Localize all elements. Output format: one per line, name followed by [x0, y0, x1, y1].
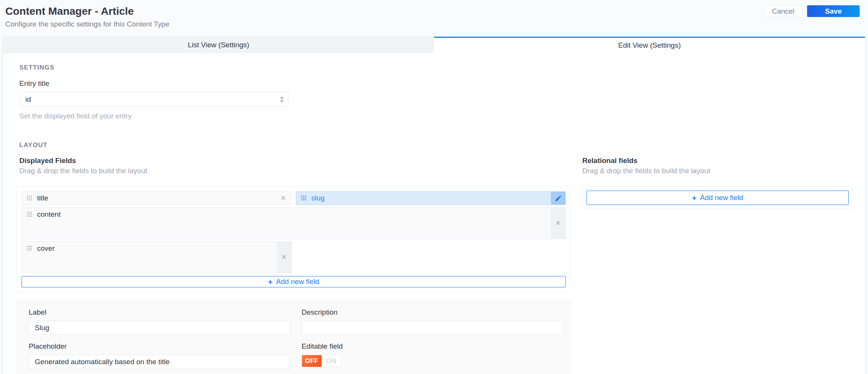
relational-fields-title: Relational fields: [582, 157, 853, 165]
tab-edit-view[interactable]: Edit View (Settings): [434, 37, 865, 53]
label-field-label: Label: [29, 308, 290, 317]
remove-field-icon[interactable]: ✕: [281, 254, 287, 261]
placeholder-input[interactable]: [29, 355, 290, 369]
displayed-fields-subtitle: Drag & drop the fields to build the layo…: [17, 167, 571, 175]
field-content-header: content: [22, 208, 565, 221]
pencil-icon: [555, 195, 562, 202]
edit-field-button[interactable]: [551, 192, 565, 205]
add-displayed-field-button[interactable]: + Add new field: [22, 276, 566, 287]
editable-field-label: Editable field: [302, 342, 563, 351]
card-body: SETTINGS Entry title id Set the displaye…: [3, 53, 865, 374]
plus-icon: +: [268, 278, 272, 286]
field-row: title ✕ slug: [22, 191, 566, 205]
add-field-label: Add new field: [700, 194, 743, 202]
placeholder-field-group: Placeholder: [29, 342, 290, 369]
entry-title-help: Set the displayed field of your entry: [17, 112, 847, 120]
layout-section-title: LAYOUT: [17, 141, 847, 149]
header-actions: Cancel Save: [764, 5, 860, 17]
field-name: content: [37, 210, 61, 219]
drag-handle-icon[interactable]: [27, 246, 32, 251]
add-relational-field-button[interactable]: + Add new field: [586, 191, 849, 205]
remove-field-icon[interactable]: ✕: [280, 195, 286, 202]
drag-handle-icon[interactable]: [27, 212, 32, 217]
field-cover[interactable]: cover ✕: [22, 241, 292, 273]
entry-title-value: id: [25, 95, 31, 104]
select-carets-icon: [280, 96, 284, 102]
relational-fields-dropzone: + Add new field: [582, 186, 853, 209]
description-input[interactable]: [302, 321, 563, 335]
save-button[interactable]: Save: [807, 5, 860, 17]
label-input[interactable]: [29, 321, 290, 335]
field-row: cover ✕: [22, 241, 566, 273]
displayed-fields-dropzone: title ✕ slug: [17, 186, 571, 292]
field-content[interactable]: content ✕: [22, 207, 566, 239]
page-title: Content Manager - Article: [5, 5, 860, 17]
field-edit-panel: Label Description Placeholder Edita: [17, 299, 572, 374]
field-slug[interactable]: slug: [296, 191, 566, 205]
tab-list-view[interactable]: List View (Settings): [3, 37, 434, 53]
page-subtitle: Configure the specific settings for this…: [5, 20, 860, 28]
field-cover-header: cover: [22, 242, 291, 255]
page-header: Content Manager - Article Configure the …: [0, 0, 868, 37]
field-edit-grid: Label Description Placeholder Edita: [29, 308, 563, 369]
editable-field-group: Editable field OFF ON: [302, 342, 563, 369]
displayed-fields-title: Displayed Fields: [17, 157, 571, 165]
description-field-group: Description: [302, 308, 563, 335]
layout-columns: Displayed Fields Drag & drop the fields …: [17, 157, 847, 374]
drag-handle-icon[interactable]: [301, 196, 306, 201]
relational-fields-column: Relational fields Drag & drop the fields…: [582, 157, 853, 374]
field-name: cover: [37, 244, 54, 253]
placeholder-field-label: Placeholder: [29, 342, 290, 351]
toggle-off-option[interactable]: OFF: [302, 355, 322, 367]
caret-up-icon: [280, 96, 284, 99]
description-field-label: Description: [302, 308, 563, 317]
remove-strip[interactable]: ✕: [277, 242, 291, 273]
view-tabs: List View (Settings) Edit View (Settings…: [3, 37, 865, 53]
drag-handle-icon[interactable]: [27, 196, 32, 201]
displayed-fields-column: Displayed Fields Drag & drop the fields …: [17, 157, 571, 374]
remove-field-icon[interactable]: ✕: [555, 220, 561, 227]
entry-title-label: Entry title: [17, 79, 847, 88]
cancel-button[interactable]: Cancel: [764, 5, 802, 17]
plus-icon: +: [692, 194, 697, 202]
field-name: slug: [311, 194, 325, 202]
settings-card: List View (Settings) Edit View (Settings…: [3, 37, 865, 374]
settings-section-title: SETTINGS: [17, 64, 847, 71]
toggle-on-option[interactable]: ON: [322, 355, 341, 367]
editable-toggle[interactable]: OFF ON: [302, 355, 342, 367]
caret-down-icon: [280, 100, 284, 102]
field-title[interactable]: title ✕: [22, 191, 291, 205]
entry-title-select[interactable]: id: [19, 92, 289, 107]
field-row: content ✕: [22, 207, 566, 239]
relational-fields-subtitle: Drag & drop the fields to build the layo…: [582, 167, 853, 175]
field-name: title: [37, 194, 48, 202]
label-field-group: Label: [29, 308, 290, 335]
add-field-label: Add new field: [276, 278, 319, 286]
remove-strip[interactable]: ✕: [551, 208, 565, 239]
